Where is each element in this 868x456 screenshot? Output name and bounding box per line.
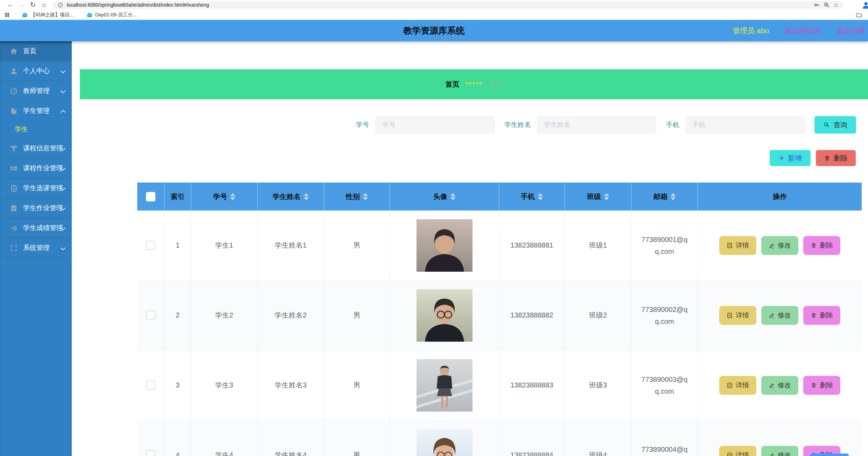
back-icon[interactable]: ← bbox=[5, 0, 16, 10]
sidebar-subitem-student[interactable]: 学生 bbox=[0, 121, 72, 138]
password-key-icon[interactable] bbox=[814, 2, 820, 8]
delete-button[interactable]: 删除 bbox=[816, 150, 856, 166]
student-no-input[interactable] bbox=[376, 116, 495, 134]
bookmark-item[interactable]: Day02-09-员工分... bbox=[86, 12, 137, 18]
query-button[interactable]: 查询 bbox=[814, 116, 856, 134]
brush-icon bbox=[9, 144, 18, 153]
col-header-avatar[interactable]: 头像 bbox=[390, 183, 499, 211]
select-all-header[interactable] bbox=[137, 183, 164, 211]
chevron-down-icon bbox=[61, 88, 65, 93]
col-header-phone[interactable]: 手机 bbox=[499, 183, 565, 211]
sidebar-item-label: 学生选课管理 bbox=[23, 184, 63, 193]
cell-phone: 13823888883 bbox=[499, 350, 565, 420]
col-header-class[interactable]: 班级 bbox=[565, 183, 631, 211]
sidebar-item-student-homework-mgmt[interactable]: 学生作业管理 bbox=[0, 198, 72, 218]
row-delete-button[interactable]: 删除 bbox=[803, 306, 840, 325]
edit-button[interactable]: 修改 bbox=[761, 376, 798, 395]
student-name-input[interactable] bbox=[537, 116, 656, 134]
sidebar-item-course-homework-mgmt[interactable]: 课程作业管理 bbox=[0, 158, 72, 178]
sidebar-item-label: 学生管理 bbox=[23, 106, 50, 115]
row-checkbox[interactable] bbox=[146, 380, 155, 390]
address-bar[interactable]: localhost:8080/springboot60a0e/admin/dis… bbox=[52, 1, 844, 9]
add-button[interactable]: 新增 bbox=[770, 150, 811, 166]
col-header-gender[interactable]: 性别 bbox=[324, 183, 390, 211]
edit-button[interactable]: 修改 bbox=[761, 306, 798, 325]
sidebar-item-system-mgmt[interactable]: 系统管理 bbox=[0, 238, 72, 258]
sort-icons[interactable] bbox=[450, 193, 455, 200]
sidebar-item-label: 个人中心 bbox=[23, 66, 50, 76]
bookmark-item[interactable]: 【码神之路】项目... bbox=[22, 12, 74, 18]
reload-icon[interactable]: ↻ bbox=[27, 0, 38, 10]
detail-button[interactable]: 详情 bbox=[719, 236, 756, 255]
cell-actions: 详情 修改 删除 bbox=[698, 350, 862, 420]
col-header-student-no[interactable]: 学号 bbox=[191, 183, 258, 211]
cell-actions: 详情 修改 删除 bbox=[698, 211, 862, 280]
sort-icons[interactable] bbox=[604, 193, 609, 200]
sidebar-item-label: 学生作业管理 bbox=[23, 204, 63, 213]
url-text: localhost:8080/springboot60a0e/admin/dis… bbox=[67, 2, 209, 8]
zoom-icon[interactable] bbox=[824, 2, 830, 8]
sidebar-item-student-mgmt[interactable]: 学生管理 bbox=[0, 101, 72, 121]
logout-link[interactable]: 退出登录 bbox=[836, 26, 866, 36]
search-form: 学号 学生姓名 手机 查询 bbox=[356, 116, 856, 134]
site-info-icon[interactable] bbox=[57, 2, 63, 8]
bookmark-label: 【码神之路】项目... bbox=[30, 12, 74, 18]
cell-gender: 男 bbox=[324, 420, 390, 456]
col-header-email[interactable]: 邮箱 bbox=[631, 183, 698, 211]
blocks-icon bbox=[9, 164, 18, 173]
sort-icons[interactable] bbox=[304, 193, 309, 200]
phone-input[interactable] bbox=[686, 116, 805, 134]
sort-icons[interactable] bbox=[538, 193, 543, 200]
row-checkbox[interactable] bbox=[146, 450, 155, 456]
horizontal-scrollbar-thumb[interactable] bbox=[810, 454, 849, 456]
home-icon[interactable]: ⌂ bbox=[38, 0, 50, 10]
cell-email: 773890003@qq.com bbox=[631, 350, 698, 420]
cell-student-no: 学生3 bbox=[191, 350, 258, 420]
edit-button[interactable]: 修改 bbox=[761, 446, 798, 456]
bookmark-star-icon[interactable]: ☆ bbox=[833, 2, 839, 8]
cell-name: 学生姓名4 bbox=[258, 420, 324, 456]
sidebar-item-teacher-mgmt[interactable]: 教师管理 bbox=[0, 81, 72, 101]
gauge-icon bbox=[9, 87, 18, 95]
screen: ← → ↻ ⌂ localhost:8080/springboot60a0e/a… bbox=[0, 0, 868, 456]
chevron-down-icon bbox=[61, 69, 65, 73]
student-photo bbox=[416, 359, 472, 412]
apps-grid-icon[interactable] bbox=[4, 12, 10, 18]
sidebar-item-course-select-mgmt[interactable]: 学生选课管理 bbox=[0, 178, 72, 198]
sidebar-item-personal-center[interactable]: 个人中心 bbox=[0, 61, 72, 81]
col-header-name[interactable]: 学生姓名 bbox=[258, 183, 324, 211]
table-row: 1 学生1 学生姓名1 男 13823888881 班级1 773890001@… bbox=[137, 211, 862, 280]
sidebar-item-home[interactable]: 首页 bbox=[0, 41, 72, 61]
sort-icons[interactable] bbox=[363, 193, 368, 200]
sidebar-item-student-score-mgmt[interactable]: 学生成绩管理 bbox=[0, 218, 72, 238]
row-checkbox[interactable] bbox=[146, 311, 155, 320]
profile-avatar-icon[interactable] bbox=[861, 1, 868, 10]
cell-gender: 男 bbox=[324, 280, 390, 350]
breadcrumb-current: 学生 bbox=[488, 80, 502, 89]
detail-button[interactable]: 详情 bbox=[719, 376, 756, 395]
row-delete-button[interactable]: 删除 bbox=[803, 236, 840, 255]
detail-button[interactable]: 详情 bbox=[719, 446, 756, 456]
row-checkbox[interactable] bbox=[146, 241, 155, 250]
detail-button[interactable]: 详情 bbox=[719, 306, 756, 325]
forward-icon[interactable]: → bbox=[16, 0, 27, 10]
document-icon bbox=[727, 312, 733, 319]
cell-avatar bbox=[390, 211, 499, 280]
student-no-label: 学号 bbox=[356, 120, 369, 129]
sort-icons[interactable] bbox=[671, 193, 676, 200]
main-content: 首页 ***** 学生 学号 学生姓名 手机 查询 新增 删除 bbox=[72, 41, 868, 456]
edit-button[interactable]: 修改 bbox=[761, 236, 798, 255]
cell-phone: 13823888884 bbox=[499, 420, 565, 456]
trash-icon bbox=[811, 242, 817, 249]
sidebar-item-course-info-mgmt[interactable]: 课程信息管理 bbox=[0, 138, 72, 158]
plus-icon bbox=[778, 155, 785, 161]
breadcrumb-home[interactable]: 首页 bbox=[446, 80, 460, 89]
sort-icons[interactable] bbox=[230, 193, 235, 200]
cell-select bbox=[137, 420, 164, 456]
sidebar-item-label: 课程作业管理 bbox=[23, 164, 63, 173]
row-delete-button[interactable]: 删除 bbox=[803, 376, 840, 395]
select-all-checkbox[interactable] bbox=[146, 192, 155, 201]
exit-to-front-link[interactable]: 退出到前台 bbox=[784, 26, 821, 36]
sidebar-item-label: 教师管理 bbox=[23, 86, 50, 95]
other-bookmarks-folder-icon[interactable] bbox=[856, 12, 862, 18]
